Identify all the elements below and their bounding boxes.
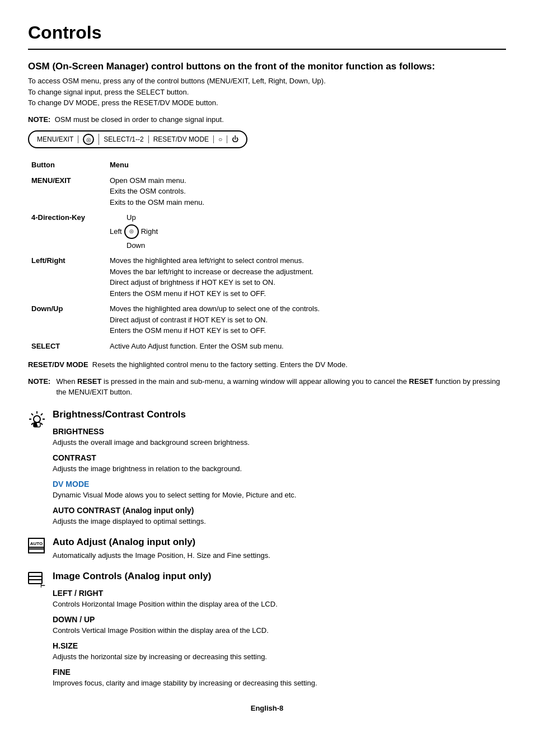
svg-line-6 bbox=[41, 414, 43, 415]
fine-desc: Improves focus, clarity and image stabil… bbox=[53, 679, 506, 687]
table-row-leftright: Left/Right Moves the highlighted area le… bbox=[28, 253, 506, 301]
auto-adjust-heading: Auto Adjust (Analog input only) bbox=[53, 537, 506, 548]
left-right-desc: Controls Horizontal Image Position withi… bbox=[53, 600, 506, 608]
intro-text: To access OSM menu, press any of the con… bbox=[28, 76, 506, 109]
auto-adjust-icon: AUTO bbox=[28, 538, 46, 556]
dv-mode-heading: DV MODE bbox=[53, 480, 506, 489]
table-row-direction: 4-Direction-Key Up Left ◎ Right Down bbox=[28, 210, 506, 253]
svg-rect-11 bbox=[29, 572, 42, 584]
direction-cell: Up Left ◎ Right Down bbox=[110, 212, 503, 251]
hsize-desc: Adjusts the horizontal size by increasin… bbox=[53, 652, 506, 661]
dial-btn: ◎ bbox=[83, 134, 99, 145]
auto-adjust-desc: Automatically adjusts the Image Position… bbox=[53, 551, 506, 560]
brightness-main-heading: Brightness/Contrast Controls bbox=[53, 409, 506, 420]
brightness-svg-icon bbox=[28, 410, 46, 428]
contrast-desc: Adjusts the image brightness in relation… bbox=[53, 464, 506, 473]
left-right-heading: LEFT / RIGHT bbox=[53, 589, 506, 598]
controls-table: Button Menu MENU/EXIT Open OSM main menu… bbox=[28, 157, 506, 354]
down-up-desc: Controls Vertical Image Position within … bbox=[53, 626, 506, 635]
svg-line-7 bbox=[31, 423, 33, 425]
brightness-desc: Adjusts the overall image and background… bbox=[53, 438, 506, 447]
dir-up: Up bbox=[110, 212, 136, 223]
reset-btn: RESET/DV MODE bbox=[153, 135, 214, 143]
power-btn: ⏻ bbox=[232, 135, 238, 143]
page-title: Controls bbox=[28, 22, 506, 50]
svg-rect-10 bbox=[34, 422, 37, 427]
auto-contrast-heading: AUTO CONTRAST (Analog input only) bbox=[53, 506, 506, 515]
image-controls-heading: Image Controls (Analog input only) bbox=[53, 571, 506, 582]
button-diagram: MENU/EXIT ◎ SELECT/1--2 RESET/DV MODE ○ … bbox=[28, 130, 247, 148]
dv-mode-desc: Dynamic Visual Mode alows you to select … bbox=[53, 491, 506, 499]
image-controls-section: ⊢ Image Controls (Analog input only) LEF… bbox=[28, 571, 506, 687]
dir-down: Down bbox=[110, 240, 145, 251]
brightness-section: Brightness/Contrast Controls BRIGHTNESS … bbox=[28, 409, 506, 525]
table-row-downup: Down/Up Moves the highlighted area down/… bbox=[28, 301, 506, 339]
table-row-select: SELECT Active Auto Adjust function. Ente… bbox=[28, 339, 506, 354]
auto-adjust-section: AUTO Auto Adjust (Analog input only) Aut… bbox=[28, 537, 506, 560]
table-row-menu-exit: MENU/EXIT Open OSM main menu. Exits the … bbox=[28, 173, 506, 210]
dir-center: Left ◎ Right bbox=[110, 224, 158, 239]
brightness-icon bbox=[28, 410, 46, 428]
note-block-2: NOTE: When RESET is pressed in the main … bbox=[28, 376, 506, 398]
fine-heading: FINE bbox=[53, 668, 506, 677]
image-controls-svg-icon: ⊢ bbox=[28, 572, 46, 589]
hsize-heading: H.SIZE bbox=[53, 641, 506, 650]
svg-point-8 bbox=[34, 416, 40, 422]
page-footer: English-8 bbox=[28, 704, 506, 712]
note-line: NOTE: OSM must be closed in order to cha… bbox=[28, 114, 506, 125]
brightness-content: Brightness/Contrast Controls BRIGHTNESS … bbox=[53, 409, 506, 525]
dial-center-icon: ◎ bbox=[124, 224, 139, 239]
table-header-row: Button Menu bbox=[28, 157, 506, 173]
circle-indicator: ○ bbox=[218, 135, 227, 143]
down-up-heading: DOWN / UP bbox=[53, 615, 506, 624]
image-controls-content: Image Controls (Analog input only) LEFT … bbox=[53, 571, 506, 687]
auto-contrast-desc: Adjusts the image displayed to optimal s… bbox=[53, 517, 506, 525]
menu-exit-btn: MENU/EXIT bbox=[37, 135, 78, 143]
select-btn: SELECT/1--2 bbox=[104, 135, 148, 143]
osm-heading: OSM (On-Screen Manager) control buttons … bbox=[28, 61, 506, 72]
auto-adjust-content: Auto Adjust (Analog input only) Automati… bbox=[53, 537, 506, 560]
svg-line-5 bbox=[41, 423, 43, 425]
reset-dv-line: RESET/DV MODE Resets the highlighted con… bbox=[28, 359, 506, 370]
brightness-heading: BRIGHTNESS bbox=[53, 427, 506, 436]
image-controls-icon: ⊢ bbox=[28, 572, 46, 590]
svg-line-4 bbox=[31, 414, 33, 415]
svg-text:⊢: ⊢ bbox=[40, 583, 45, 589]
contrast-heading: CONTRAST bbox=[53, 453, 506, 462]
